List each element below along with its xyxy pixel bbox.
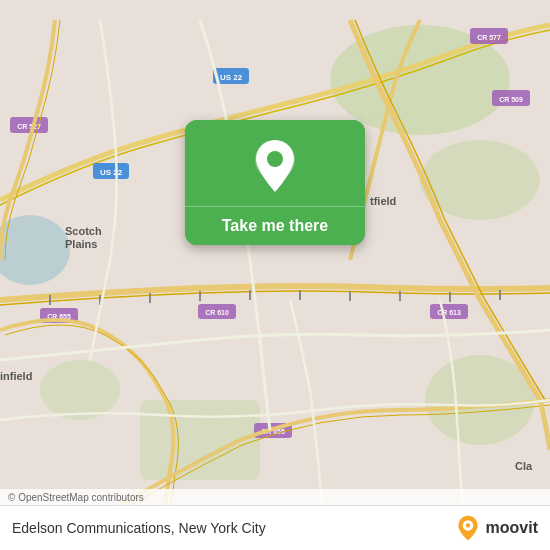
- moovit-logo: moovit: [454, 514, 538, 542]
- svg-text:US 22: US 22: [220, 73, 243, 82]
- svg-point-2: [0, 215, 70, 285]
- svg-text:CR 509: CR 509: [499, 96, 523, 103]
- svg-point-4: [40, 360, 120, 420]
- svg-text:CR 610: CR 610: [205, 309, 229, 316]
- map-svg: US 22 US 22 CR 577 CR 509 CR 527: [0, 0, 550, 550]
- svg-text:CR 613: CR 613: [437, 309, 461, 316]
- svg-point-40: [267, 151, 283, 167]
- moovit-text: moovit: [486, 519, 538, 537]
- location-pin-icon: [250, 138, 300, 194]
- moovit-icon-svg: [454, 514, 482, 542]
- location-text: Edelson Communications, New York City: [12, 520, 266, 536]
- map-container: US 22 US 22 CR 577 CR 509 CR 527: [0, 0, 550, 550]
- svg-text:Scotch: Scotch: [65, 225, 102, 237]
- svg-text:US 22: US 22: [100, 168, 123, 177]
- svg-text:Cla: Cla: [515, 460, 533, 472]
- svg-text:tfield: tfield: [370, 195, 396, 207]
- attribution-bar: © OpenStreetMap contributors: [0, 489, 550, 506]
- attribution-text: © OpenStreetMap contributors: [8, 492, 144, 503]
- svg-text:CR 577: CR 577: [477, 34, 501, 41]
- svg-text:infield: infield: [0, 370, 32, 382]
- svg-point-42: [465, 523, 469, 527]
- svg-point-1: [420, 140, 540, 220]
- svg-text:Plains: Plains: [65, 238, 97, 250]
- popup-icon-area: [185, 120, 365, 206]
- take-me-there-button[interactable]: Take me there: [185, 206, 365, 245]
- bottom-bar: Edelson Communications, New York City mo…: [0, 505, 550, 550]
- popup[interactable]: Take me there: [185, 120, 365, 245]
